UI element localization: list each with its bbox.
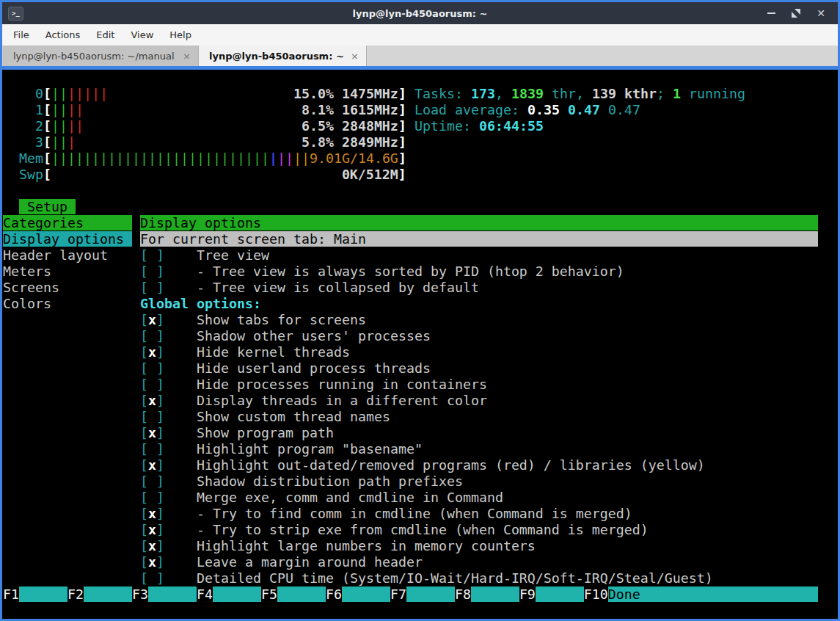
option-label: Shadow other users' processes [197, 328, 431, 344]
option-row-show-custom-thread-names[interactable]: [ ] Show custom thread names [140, 409, 390, 425]
checkbox-bracket: ] [156, 570, 164, 586]
fkey-f1-key[interactable]: F1 [3, 586, 19, 602]
swp-meter-row: Swp[ 0K/512M] [3, 167, 406, 183]
tab-lynp-lyn-b450aorusm[interactable]: lynp@lyn-b450aorusm: ~× [199, 46, 367, 66]
checkbox-unchecked-icon [148, 441, 156, 457]
mem-meter-row-value: 9.01G/14.6G [310, 150, 398, 166]
fkey-f6-key[interactable]: F6 [326, 586, 342, 602]
category-item-label: Screens [3, 280, 132, 295]
option-row-show-tabs-for-screens[interactable]: [x] Show tabs for screens [140, 312, 366, 328]
cpu-meter-row-0-ticks-barG: || [51, 86, 67, 101]
fkey-f9-label[interactable] [536, 586, 584, 602]
mem-meter-row-ticks-barB: | [269, 150, 277, 166]
option-row-try-to-strip-exe-from-cmdline-when-command[interactable]: [x] - Try to strip exe from cmdline (whe… [140, 522, 649, 538]
checkbox-bracket: [ [140, 441, 148, 457]
category-item-label: Header layout [3, 247, 132, 263]
tab-label: lynp@lyn-b450aorusm: ~/manual [13, 51, 175, 62]
menu-item-file[interactable]: File [5, 26, 37, 43]
menu-item-view[interactable]: View [123, 26, 161, 43]
option-row-display-threads-in-a-different-color[interactable]: [x] Display threads in a different color [140, 393, 487, 409]
cpu-meter-row-3: 3[||| 5.8% 2849MHz] [3, 134, 406, 150]
cpu-meter-row-1-label: 1 [3, 102, 43, 117]
option-row-highlight-out-dated-removed-programs-red-l[interactable]: [x] Highlight out-dated/removed programs… [140, 457, 705, 473]
fkey-f3-label[interactable] [148, 586, 197, 602]
option-row-tree-view-is-collapsed-by-default[interactable]: [ ] - Tree view is collapsed by default [140, 280, 479, 296]
checkbox-bracket: ] [156, 247, 164, 263]
checkbox-bracket: [ [140, 554, 148, 570]
option-row-leave-a-margin-around-header[interactable]: [x] Leave a margin around header [140, 554, 423, 570]
option-label: - Try to strip exe from cmdline (when Co… [197, 522, 649, 537]
option-row-merge-exe-comm-and-cmdline-in-command[interactable]: [ ] Merge exe, comm and cmdline in Comma… [140, 490, 503, 506]
category-item-screens[interactable]: Screens [3, 280, 132, 296]
option-row-tree-view-is-always-sorted-by-pid-htop-2-b[interactable]: [ ] - Tree view is always sorted by PID … [140, 264, 624, 280]
option-label: Leave a margin around header [197, 554, 423, 570]
menu-item-help[interactable]: Help [161, 26, 200, 43]
option-row-shadow-distribution-path-prefixes[interactable]: [ ] Shadow distribution path prefixes [140, 473, 463, 490]
option-label: Show tabs for screens [197, 312, 366, 327]
option-label: Highlight program "basename" [197, 441, 423, 457]
category-item-header-layout[interactable]: Header layout [3, 247, 132, 264]
cpu-meter-row-2-value: 6.5% 2848MHz [302, 118, 398, 134]
option-row-highlight-program-basename[interactable]: [ ] Highlight program "basename" [140, 441, 423, 457]
panel-headers: Categories Display options [3, 215, 818, 231]
option-row-hide-kernel-threads[interactable]: [x] Hide kernel threads [140, 344, 350, 360]
fkey-f5-key[interactable]: F5 [261, 586, 277, 602]
option-label: Display threads in a different color [197, 393, 487, 408]
checkbox-bracket: [ [140, 538, 148, 553]
option-row-highlight-large-numbers-in-memory-counters[interactable]: [x] Highlight large numbers in memory co… [140, 538, 536, 554]
fkey-f8-label[interactable] [471, 586, 519, 602]
checkbox-bracket: [ [140, 570, 148, 586]
close-icon: ✕ [817, 8, 825, 18]
fkey-f9-key[interactable]: F9 [519, 586, 536, 602]
checkbox-checked-icon: x [148, 425, 156, 440]
fkey-f7-label[interactable] [406, 586, 455, 602]
close-button[interactable]: ✕ [816, 8, 826, 18]
fkey-f10-key[interactable]: F10 [584, 586, 608, 602]
fkey-f2-label[interactable] [84, 586, 132, 602]
checkbox-bracket: [ [140, 473, 148, 489]
category-item-colors[interactable]: Colors [3, 296, 132, 312]
fkey-f1-label[interactable] [19, 586, 67, 602]
category-item-label: Display options [3, 231, 132, 247]
fkey-f10-label[interactable]: Done [608, 586, 818, 602]
fkey-f3-key[interactable]: F3 [132, 586, 148, 602]
fkey-f2-key[interactable]: F2 [67, 586, 84, 602]
fkey-f5-label[interactable] [277, 586, 326, 602]
checkbox-unchecked-icon [148, 360, 156, 376]
option-row-show-program-path[interactable]: [x] Show program path [140, 425, 334, 441]
fkey-f7-key[interactable]: F7 [390, 586, 406, 602]
option-row-hide-processes-running-in-containers[interactable]: [ ] Hide processes running in containers [140, 377, 487, 393]
option-row-try-to-find-comm-in-cmdline-when-command-i[interactable]: [x] - Try to find comm in cmdline (when … [140, 506, 632, 522]
fkey-f8-key[interactable]: F8 [455, 586, 471, 602]
cpu-meter-row-3-value: 5.8% 2849MHz [302, 134, 398, 150]
option-label: Merge exe, comm and cmdline in Command [197, 490, 503, 505]
fkey-f6-label[interactable] [342, 586, 390, 602]
tab-close-icon[interactable]: × [345, 51, 359, 62]
option-row-shadow-other-users-processes[interactable]: [ ] Shadow other users' processes [140, 328, 431, 344]
option-row-hide-userland-process-threads[interactable]: [ ] Hide userland process threads [140, 360, 431, 377]
option-label: Detailed CPU time (System/IO-Wait/Hard-I… [197, 570, 713, 586]
mem-meter-row-ticks-barO: || [293, 150, 310, 166]
terminal-app-icon: >_ [8, 7, 23, 21]
titlebar[interactable]: >_ lynp@lyn-b450aorusm: ~ ✕ [2, 2, 838, 24]
menu-item-edit[interactable]: Edit [88, 26, 123, 43]
restore-button[interactable] [791, 8, 801, 18]
fkey-f4-label[interactable] [213, 586, 261, 602]
terminal-window: >_ lynp@lyn-b450aorusm: ~ ✕ FileActionsE… [0, 0, 840, 621]
option-row-for-current-screen-tab[interactable]: For current screen tab: Main [140, 231, 818, 247]
option-row-tree-view[interactable]: [ ] Tree view [140, 247, 269, 264]
checkbox-bracket: ] [156, 554, 164, 570]
selected-option-label: For current screen tab: Main [140, 231, 818, 247]
option-row-detailed-cpu-time-system-io-wait-hard-irq-[interactable]: [ ] Detailed CPU time (System/IO-Wait/Ha… [140, 570, 713, 586]
load-average-line: Load average: 0.35 0.47 0.47 [414, 102, 640, 118]
fkey-f4-key[interactable]: F4 [197, 586, 213, 602]
category-item-meters[interactable]: Meters [3, 264, 132, 280]
checkbox-unchecked-icon [148, 328, 156, 344]
minimize-button[interactable] [766, 8, 776, 18]
tasks-line: Tasks: 173, 1839 thr, 139 kthr; 1 runnin… [414, 86, 745, 102]
category-item-display-options[interactable]: Display options [3, 231, 132, 247]
tab-lynp-lyn-b450aorusm-manual[interactable]: lynp@lyn-b450aorusm: ~/manual× [3, 46, 199, 66]
menu-item-actions[interactable]: Actions [37, 26, 89, 43]
terminal-screen[interactable]: 0[||||||| 15.0% 1475MHz] 1[|||| 8.1% 161… [2, 70, 838, 619]
tab-close-icon[interactable]: × [177, 51, 191, 62]
